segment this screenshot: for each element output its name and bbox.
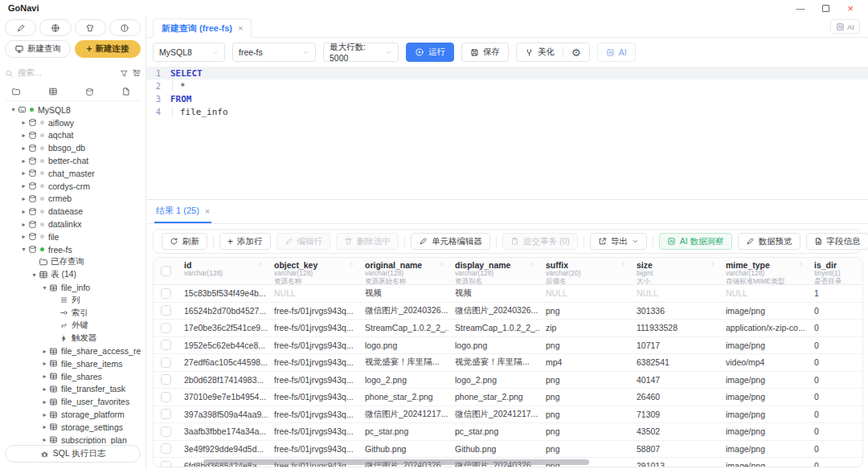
cell-original_name[interactable]: phone_star_2.png (358, 392, 448, 402)
cell-suffix[interactable]: png (539, 306, 630, 316)
cell-id[interactable]: 15c83b5f534f49e4b... (178, 288, 268, 298)
filter-icon[interactable] (120, 69, 129, 78)
cell-id[interactable]: 17e0be36c2f541ce9... (178, 323, 268, 332)
tree-item-file_share_items[interactable]: ▸file_share_items (5, 357, 141, 370)
sort-icon[interactable] (620, 261, 627, 267)
sort-icon[interactable] (349, 261, 355, 267)
query-tab[interactable]: 新建查询 (free-fs) × (153, 18, 252, 38)
tree-item-file_info[interactable]: ▾file_info (5, 281, 141, 294)
result-tab[interactable]: 结果 1 (25) × (154, 200, 211, 223)
cell-is_dir[interactable]: 1 (808, 288, 862, 298)
cell-object_key[interactable]: free-fs/01jrvgs943q... (268, 375, 358, 385)
database-select[interactable]: free-fs (232, 43, 316, 62)
tree-item-file_shares[interactable]: ▸file_shares (5, 370, 141, 383)
cell-display_name[interactable]: logo.png (448, 341, 539, 350)
cell-display_name[interactable]: 微信图片_20240326... (448, 305, 539, 316)
expand-arrow-icon[interactable]: ▸ (19, 182, 28, 190)
tree-item--14-[interactable]: ▾表 (14) (5, 268, 141, 281)
cell-id[interactable]: 2b0d628f17414983... (178, 375, 268, 385)
tree-item--[interactable]: 列 (5, 294, 141, 307)
cell-id[interactable]: 37010e9e7e1b4954... (178, 392, 268, 402)
tree-item-chat_master[interactable]: ▸chat_master (5, 167, 141, 180)
cell-is_dir[interactable]: 0 (808, 461, 862, 467)
cell-display_name[interactable]: StreamCap_1.0.2_2_... (448, 323, 539, 332)
result-tab-close-icon[interactable]: × (205, 206, 210, 216)
tree-item--[interactable]: 触发器 (5, 332, 141, 345)
new-connection-button[interactable]: + 新建连接 (75, 40, 141, 58)
expand-arrow-icon[interactable]: ▸ (40, 423, 49, 430)
tree-item-dataease[interactable]: ▸dataease (5, 205, 141, 218)
row-checkbox[interactable] (154, 357, 178, 368)
save-button[interactable]: 保存 (461, 43, 509, 62)
expand-arrow-icon[interactable]: ▾ (40, 284, 49, 292)
cell-mime_type[interactable]: image/png (719, 444, 808, 454)
table-row[interactable]: 37010e9e7e1b4954...free-fs/01jrvgs943q..… (154, 389, 862, 406)
tree-item-cordys-crm[interactable]: ▸cordys-crm (5, 180, 141, 193)
cell-is_dir[interactable]: 0 (808, 426, 862, 436)
sql-editor[interactable]: 1SELECT2*3FROM4file_info (146, 67, 868, 199)
cell-object_key[interactable]: free-fs/01jrvgs943q... (268, 410, 358, 419)
cell-display_name[interactable]: 视频 (448, 288, 539, 299)
cell-display_name[interactable]: phone_star_2.png (448, 392, 539, 402)
cell-is_dir[interactable]: 0 (808, 357, 862, 367)
column-header-original_name[interactable]: original_name varchar(128) 资源原始名称 (358, 258, 448, 284)
sort-icon[interactable] (710, 261, 716, 267)
column-header-id[interactable]: id varchar(128) (178, 258, 268, 284)
cell-suffix[interactable]: png (539, 341, 630, 350)
cell-original_name[interactable]: 微信图片_20241217... (358, 409, 448, 420)
tree-item-bbsgo_db[interactable]: ▸bbsgo_db (5, 141, 141, 154)
cell-size[interactable]: 301336 (630, 306, 719, 316)
cell-object_key[interactable]: free-fs/01jrvgs943q... (268, 392, 358, 402)
cell-mime_type[interactable]: image/png (719, 461, 808, 467)
cell-mime_type[interactable]: image/png (719, 341, 808, 350)
row-checkbox[interactable] (154, 305, 178, 316)
info-button[interactable] (109, 19, 141, 36)
cell-is_dir[interactable]: 0 (808, 306, 862, 316)
sort-icon[interactable] (530, 261, 536, 267)
select-all-checkbox[interactable] (154, 258, 178, 284)
cell-display_name[interactable]: 视觉盛宴！库里隔... (448, 357, 539, 368)
database-icon[interactable] (85, 87, 94, 96)
tree-item-aiflowy[interactable]: ▸aiflowy (5, 116, 141, 129)
cell-suffix[interactable]: zip (539, 323, 630, 332)
cell-id[interactable]: 3aafb3fbbe174a34a... (178, 426, 268, 436)
cell-original_name[interactable]: logo_2.png (358, 375, 448, 385)
cell-is_dir[interactable]: 0 (808, 444, 862, 454)
table-row[interactable]: 17e0be36c2f541ce9...free-fs/01jrvgs943q.… (154, 320, 862, 337)
column-header-is_dir[interactable]: is_dir tinyint(1) 是否目录 (808, 258, 862, 284)
sort-icon[interactable] (439, 261, 445, 267)
cell-size[interactable]: 10717 (630, 341, 719, 350)
settings-button[interactable]: ⚙ (563, 43, 589, 61)
expand-arrow-icon[interactable]: ▸ (40, 398, 49, 406)
expand-arrow-icon[interactable]: ▸ (40, 348, 49, 355)
pen-button[interactable] (5, 19, 36, 36)
tree-item--[interactable]: 外键 (5, 320, 141, 332)
refresh-button[interactable]: 刷新 (162, 233, 207, 250)
cell-suffix[interactable]: png (539, 375, 630, 385)
column-header-suffix[interactable]: suffix varchar(20) 后缀名 (539, 258, 630, 284)
row-checkbox[interactable] (154, 323, 178, 333)
connection-select[interactable]: MySQL8 (153, 43, 225, 62)
cell-original_name[interactable]: 微信图片_20240326... (358, 305, 448, 316)
row-checkbox[interactable] (154, 340, 178, 350)
folder-icon[interactable] (11, 87, 21, 96)
table-row[interactable]: 2b0d628f17414983...free-fs/01jrvgs943q..… (154, 372, 862, 389)
search-input[interactable]: 搜索... 智 (5, 66, 141, 80)
tree-item-storage_settings[interactable]: ▸storage_settings (5, 421, 141, 434)
globe-button[interactable] (39, 19, 71, 36)
cell-mime_type[interactable]: NULL (719, 288, 808, 298)
sql-log-button[interactable]: SQL 执行日志 (5, 445, 141, 463)
cell-object_key[interactable]: free-fs/01jrvgs943q... (268, 306, 358, 316)
expand-arrow-icon[interactable]: ▸ (19, 132, 28, 139)
column-header-object_key[interactable]: object_key varchar(128) 资源名称 (268, 258, 358, 284)
tree-item--[interactable]: 已存查询 (5, 256, 141, 269)
cell-object_key[interactable]: free-fs/01jrvgs943q... (268, 357, 358, 367)
tree-item--[interactable]: 索引 (5, 307, 141, 320)
new-query-button[interactable]: 新建查询 (5, 40, 71, 58)
table-row[interactable]: 27edf6ac105c44598...free-fs/01jrvgs943q.… (154, 354, 862, 372)
corner-ai-button[interactable]: AI (830, 19, 860, 34)
expand-arrow-icon[interactable]: ▸ (40, 373, 49, 380)
cell-size[interactable]: 6382541 (630, 357, 719, 367)
cell-suffix[interactable]: NULL (539, 288, 630, 298)
cell-mime_type[interactable]: image/png (719, 410, 808, 419)
